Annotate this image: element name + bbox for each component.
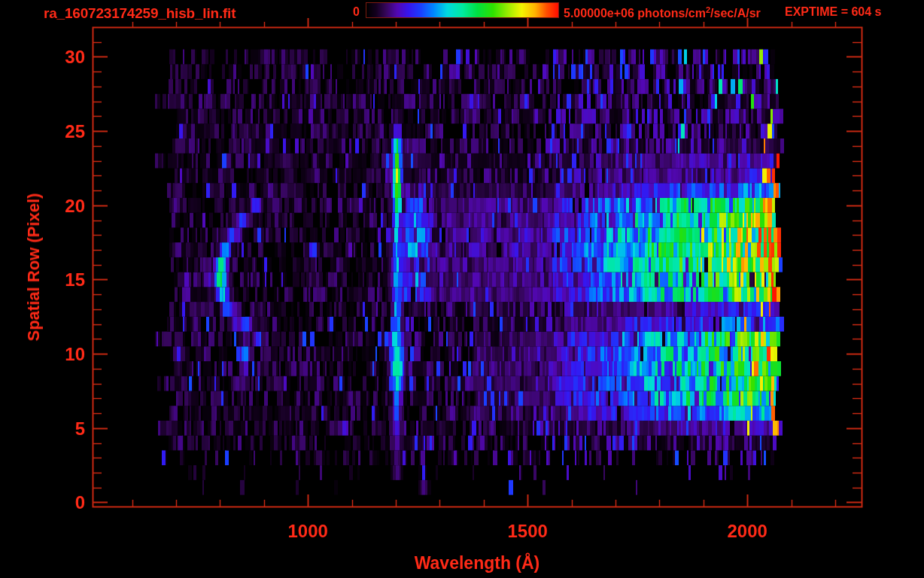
x-tick-label: 1500 bbox=[507, 521, 547, 542]
y-tick-label: 10 bbox=[65, 344, 85, 365]
colorbar-max-value: 5.00000e+06 photons/cm bbox=[564, 7, 706, 20]
x-axis-title: Wavelength (Å) bbox=[415, 553, 540, 573]
y-tick-label: 0 bbox=[75, 492, 85, 513]
spectral-image-canvas bbox=[0, 0, 924, 578]
x-tick-label: 1000 bbox=[287, 521, 327, 542]
y-tick-label: 20 bbox=[65, 196, 85, 217]
x-tick-label: 2000 bbox=[727, 521, 767, 542]
file-title: ra_160723174259_hisb_lin.fit bbox=[44, 5, 236, 22]
y-tick-label: 5 bbox=[75, 418, 85, 440]
colorbar-max-units: /sec/A/sr bbox=[710, 7, 761, 20]
y-axis-title: Spatial Row (Pixel) bbox=[24, 193, 44, 342]
colorbar-min-label: 0 bbox=[315, 5, 360, 19]
y-tick-label: 30 bbox=[65, 47, 85, 68]
y-tick-label: 25 bbox=[65, 121, 85, 142]
exptime-label: EXPTIME = 604 s bbox=[785, 5, 882, 19]
spectral-plot-window: ra_160723174259_hisb_lin.fit 0 5.00000e+… bbox=[0, 0, 924, 578]
colorbar bbox=[366, 2, 559, 18]
y-tick-label: 15 bbox=[65, 269, 85, 291]
colorbar-max-label: 5.00000e+06 photons/cm2/sec/A/sr bbox=[564, 5, 761, 20]
colorbar-gradient-canvas bbox=[366, 3, 558, 17]
